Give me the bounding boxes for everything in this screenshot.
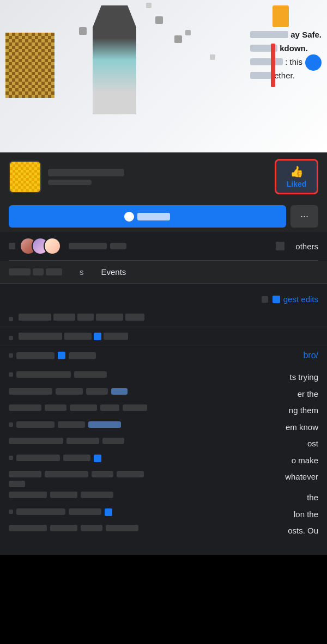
- long-text-row: ost: [9, 438, 318, 450]
- long-text-row: the: [9, 492, 318, 504]
- partial-text-osts-ou: osts. Ou: [166, 525, 318, 537]
- long-text-row: er the: [9, 388, 318, 401]
- others-text: others: [295, 242, 318, 251]
- pixel-sq: [185, 30, 191, 35]
- nav-tab-placeholder: [9, 261, 62, 283]
- more-button[interactable]: ···: [290, 205, 318, 228]
- yellow-decoration: [272, 5, 289, 27]
- page-info: [48, 169, 268, 185]
- follow-label-bar: [137, 213, 170, 220]
- post-item: [0, 308, 327, 327]
- long-text-row: o make: [9, 455, 318, 467]
- more-dots: ···: [300, 211, 308, 222]
- page-sub-bar: [48, 180, 92, 185]
- follow-button[interactable]: [9, 205, 286, 228]
- partial-text-whatever: whatever: [166, 471, 318, 483]
- post-text-pixels: [19, 333, 318, 340]
- pixelated-person-center: [93, 5, 136, 114]
- bullet: [9, 372, 13, 377]
- bro-link[interactable]: bro/: [303, 351, 318, 360]
- facebook-page-section: 👍 Liked ··· others: [0, 152, 327, 555]
- blue-sq: [58, 352, 65, 359]
- partial-text-lon-the: lon the: [166, 508, 318, 521]
- bullet: [9, 456, 13, 460]
- liked-label: Liked: [287, 180, 307, 188]
- partial-text-em-know: em know: [166, 421, 318, 434]
- visible-text-this: : this: [285, 57, 302, 66]
- pixelated-avatar-left: [5, 33, 55, 98]
- partial-text-o-make: o make: [166, 455, 318, 467]
- tab-events[interactable]: Events: [93, 261, 135, 283]
- pixel-sq: [9, 243, 15, 249]
- follower-avatars: [20, 237, 56, 255]
- suggest-edits-bar[interactable]: gest edits: [0, 290, 327, 308]
- followers-row: others: [0, 232, 327, 260]
- long-text-row: lon the: [9, 508, 318, 521]
- bullet: [9, 422, 13, 427]
- partial-text-ng-them: ng them: [166, 404, 318, 417]
- action-bar: ···: [0, 201, 327, 232]
- post-item: [0, 327, 327, 346]
- text-line: [16, 371, 71, 378]
- long-text-row: ng them: [9, 404, 318, 417]
- long-text-row: em know: [9, 421, 318, 434]
- post-line: [16, 352, 55, 359]
- nav-tabs: s Events: [0, 261, 327, 284]
- long-text-row: ts trying: [9, 371, 318, 384]
- partial-text-er-the: er the: [166, 388, 318, 401]
- long-text-section: ts trying er the ng: [0, 365, 327, 548]
- page-name-bar: [48, 169, 124, 176]
- post-bullet: [9, 336, 13, 340]
- bullet: [9, 510, 13, 514]
- pixel-sq-blue: [262, 296, 268, 303]
- liked-button[interactable]: 👍 Liked: [275, 159, 318, 194]
- partial-text-ts-trying: ts trying: [166, 371, 318, 384]
- follower-avatar: [44, 237, 61, 255]
- page-avatar: [9, 161, 41, 193]
- visible-text-kdown: kdown.: [280, 44, 308, 53]
- post-text-pixels: [19, 314, 318, 321]
- post-bullet: [9, 317, 13, 321]
- pixel-sq: [210, 54, 215, 60]
- partial-text-ost: ost: [166, 438, 318, 450]
- long-text-row: osts. Ou: [9, 525, 318, 537]
- page-header: 👍 Liked: [0, 152, 327, 201]
- pixel-sq: [146, 3, 152, 8]
- bullet: [9, 353, 13, 358]
- suggest-edits-text: gest edits: [283, 295, 318, 304]
- content-area: gest edits: [0, 284, 327, 555]
- partial-text-the: the: [166, 492, 318, 504]
- visible-text-ether: ether.: [274, 71, 295, 80]
- red-bar-decoration: [271, 44, 275, 87]
- decoration-sq: [155, 16, 163, 24]
- text-line: [74, 371, 107, 378]
- suggest-icon: [272, 296, 280, 303]
- thumbs-up-icon: 👍: [290, 165, 304, 178]
- follow-icon: [124, 212, 134, 222]
- bro-section: bro/: [0, 346, 327, 365]
- post-line: [69, 352, 96, 359]
- long-text-row: whatever: [9, 471, 318, 487]
- decoration-sq: [174, 35, 182, 43]
- visible-text-safe: ay Safe.: [290, 30, 322, 39]
- decoration-sq: [79, 27, 87, 35]
- blue-circle-decoration: [305, 54, 322, 71]
- post-list: bro/: [0, 308, 327, 365]
- tab-s[interactable]: s: [71, 261, 93, 283]
- top-blurred-section: ay Safe. kdown. : this ether.: [0, 0, 327, 152]
